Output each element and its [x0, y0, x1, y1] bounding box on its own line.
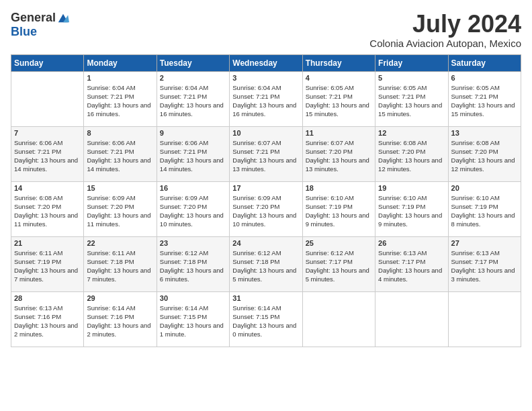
calendar-cell: 13Sunrise: 6:08 AMSunset: 7:20 PMDayligh…	[448, 126, 521, 181]
day-info: Sunrise: 6:06 AMSunset: 7:21 PMDaylight:…	[14, 138, 81, 174]
title-area: July 2024 Colonia Aviacion Autopan, Mexi…	[369, 11, 521, 49]
day-info: Sunrise: 6:06 AMSunset: 7:21 PMDaylight:…	[160, 138, 226, 174]
day-info: Sunrise: 6:04 AMSunset: 7:21 PMDaylight:…	[160, 83, 226, 119]
logo-blue-text: Blue	[11, 25, 37, 39]
day-number: 6	[451, 74, 518, 82]
day-info: Sunrise: 6:09 AMSunset: 7:20 PMDaylight:…	[232, 193, 299, 229]
day-number: 14	[14, 184, 81, 192]
day-number: 31	[232, 294, 299, 302]
day-number: 10	[232, 129, 299, 137]
calendar-cell: 24Sunrise: 6:12 AMSunset: 7:18 PMDayligh…	[230, 236, 302, 291]
calendar-cell: 29Sunrise: 6:14 AMSunset: 7:16 PMDayligh…	[84, 291, 157, 347]
calendar-cell: 31Sunrise: 6:14 AMSunset: 7:15 PMDayligh…	[230, 291, 302, 347]
day-number: 26	[378, 239, 445, 247]
calendar-cell	[375, 291, 448, 347]
day-number: 12	[378, 129, 445, 137]
calendar-cell	[302, 291, 375, 347]
day-number: 18	[306, 184, 372, 192]
day-number: 19	[378, 184, 445, 192]
day-number: 17	[232, 184, 299, 192]
calendar-cell: 4Sunrise: 6:05 AMSunset: 7:21 PMDaylight…	[302, 71, 375, 126]
day-info: Sunrise: 6:12 AMSunset: 7:18 PMDaylight:…	[160, 248, 226, 284]
day-info: Sunrise: 6:08 AMSunset: 7:20 PMDaylight:…	[451, 138, 518, 174]
day-number: 24	[232, 239, 299, 247]
calendar-cell: 6Sunrise: 6:05 AMSunset: 7:21 PMDaylight…	[448, 71, 521, 126]
day-info: Sunrise: 6:13 AMSunset: 7:17 PMDaylight:…	[451, 248, 518, 284]
day-info: Sunrise: 6:12 AMSunset: 7:18 PMDaylight:…	[232, 248, 299, 284]
calendar-cell: 2Sunrise: 6:04 AMSunset: 7:21 PMDaylight…	[157, 71, 229, 126]
day-number: 16	[160, 184, 226, 192]
calendar-cell: 25Sunrise: 6:12 AMSunset: 7:17 PMDayligh…	[302, 236, 375, 291]
calendar-cell: 14Sunrise: 6:08 AMSunset: 7:20 PMDayligh…	[11, 181, 84, 236]
day-number: 27	[451, 239, 518, 247]
calendar-cell: 19Sunrise: 6:10 AMSunset: 7:19 PMDayligh…	[375, 181, 448, 236]
calendar-cell: 17Sunrise: 6:09 AMSunset: 7:20 PMDayligh…	[230, 181, 302, 236]
day-info: Sunrise: 6:04 AMSunset: 7:21 PMDaylight:…	[87, 83, 153, 119]
calendar-cell: 22Sunrise: 6:11 AMSunset: 7:18 PMDayligh…	[84, 236, 157, 291]
header-wednesday: Wednesday	[230, 54, 302, 71]
calendar-cell: 26Sunrise: 6:13 AMSunset: 7:17 PMDayligh…	[375, 236, 448, 291]
header-thursday: Thursday	[302, 54, 375, 71]
day-number: 23	[160, 239, 226, 247]
day-info: Sunrise: 6:10 AMSunset: 7:19 PMDaylight:…	[378, 193, 445, 229]
calendar-cell: 30Sunrise: 6:14 AMSunset: 7:15 PMDayligh…	[157, 291, 229, 347]
header-friday: Friday	[375, 54, 448, 71]
calendar-cell: 8Sunrise: 6:06 AMSunset: 7:21 PMDaylight…	[84, 126, 157, 181]
calendar-cell: 11Sunrise: 6:07 AMSunset: 7:20 PMDayligh…	[302, 126, 375, 181]
day-info: Sunrise: 6:05 AMSunset: 7:21 PMDaylight:…	[378, 83, 445, 119]
day-info: Sunrise: 6:05 AMSunset: 7:21 PMDaylight:…	[306, 83, 372, 119]
calendar-week-row: 28Sunrise: 6:13 AMSunset: 7:16 PMDayligh…	[11, 291, 521, 347]
day-info: Sunrise: 6:13 AMSunset: 7:17 PMDaylight:…	[378, 248, 445, 284]
day-number: 11	[306, 129, 372, 137]
calendar-cell: 3Sunrise: 6:04 AMSunset: 7:21 PMDaylight…	[230, 71, 302, 126]
day-info: Sunrise: 6:09 AMSunset: 7:20 PMDaylight:…	[160, 193, 226, 229]
calendar-cell: 27Sunrise: 6:13 AMSunset: 7:17 PMDayligh…	[448, 236, 521, 291]
day-number: 25	[306, 239, 372, 247]
header-tuesday: Tuesday	[157, 54, 229, 71]
day-number: 8	[87, 129, 153, 137]
header-saturday: Saturday	[448, 54, 521, 71]
day-number: 30	[160, 294, 226, 302]
day-info: Sunrise: 6:05 AMSunset: 7:21 PMDaylight:…	[451, 83, 518, 119]
calendar-cell: 23Sunrise: 6:12 AMSunset: 7:18 PMDayligh…	[157, 236, 229, 291]
calendar-cell: 18Sunrise: 6:10 AMSunset: 7:19 PMDayligh…	[302, 181, 375, 236]
month-title: July 2024	[369, 11, 521, 38]
calendar-week-row: 7Sunrise: 6:06 AMSunset: 7:21 PMDaylight…	[11, 126, 521, 181]
calendar-table: SundayMondayTuesdayWednesdayThursdayFrid…	[11, 54, 521, 347]
day-info: Sunrise: 6:07 AMSunset: 7:20 PMDaylight:…	[306, 138, 372, 174]
calendar-cell: 16Sunrise: 6:09 AMSunset: 7:20 PMDayligh…	[157, 181, 229, 236]
day-number: 28	[14, 294, 81, 302]
day-number: 4	[306, 74, 372, 82]
logo-general-text: General	[11, 11, 56, 25]
day-info: Sunrise: 6:14 AMSunset: 7:15 PMDaylight:…	[232, 304, 299, 339]
day-info: Sunrise: 6:11 AMSunset: 7:18 PMDaylight:…	[87, 248, 153, 284]
calendar-cell	[448, 291, 521, 347]
header: General Blue July 2024 Colonia Aviacion …	[11, 11, 521, 49]
calendar-cell: 9Sunrise: 6:06 AMSunset: 7:21 PMDaylight…	[157, 126, 229, 181]
day-info: Sunrise: 6:06 AMSunset: 7:21 PMDaylight:…	[87, 138, 153, 174]
calendar-header-row: SundayMondayTuesdayWednesdayThursdayFrid…	[11, 54, 521, 71]
calendar-cell: 1Sunrise: 6:04 AMSunset: 7:21 PMDaylight…	[84, 71, 157, 126]
calendar-cell: 28Sunrise: 6:13 AMSunset: 7:16 PMDayligh…	[11, 291, 84, 347]
day-info: Sunrise: 6:14 AMSunset: 7:15 PMDaylight:…	[160, 304, 226, 339]
calendar-cell	[11, 71, 84, 126]
header-monday: Monday	[84, 54, 157, 71]
location-title: Colonia Aviacion Autopan, Mexico	[369, 38, 521, 49]
logo: General Blue	[11, 11, 69, 39]
day-number: 9	[160, 129, 226, 137]
day-number: 3	[232, 74, 299, 82]
calendar-cell: 20Sunrise: 6:10 AMSunset: 7:19 PMDayligh…	[448, 181, 521, 236]
calendar-week-row: 14Sunrise: 6:08 AMSunset: 7:20 PMDayligh…	[11, 181, 521, 236]
calendar-cell: 5Sunrise: 6:05 AMSunset: 7:21 PMDaylight…	[375, 71, 448, 126]
calendar-cell: 10Sunrise: 6:07 AMSunset: 7:21 PMDayligh…	[230, 126, 302, 181]
day-number: 15	[87, 184, 153, 192]
day-info: Sunrise: 6:10 AMSunset: 7:19 PMDaylight:…	[451, 193, 518, 229]
day-info: Sunrise: 6:09 AMSunset: 7:20 PMDaylight:…	[87, 193, 153, 229]
day-number: 29	[87, 294, 153, 302]
day-number: 21	[14, 239, 81, 247]
day-number: 2	[160, 74, 226, 82]
calendar-cell: 15Sunrise: 6:09 AMSunset: 7:20 PMDayligh…	[84, 181, 157, 236]
day-info: Sunrise: 6:07 AMSunset: 7:21 PMDaylight:…	[232, 138, 299, 174]
day-number: 13	[451, 129, 518, 137]
day-info: Sunrise: 6:08 AMSunset: 7:20 PMDaylight:…	[14, 193, 81, 229]
